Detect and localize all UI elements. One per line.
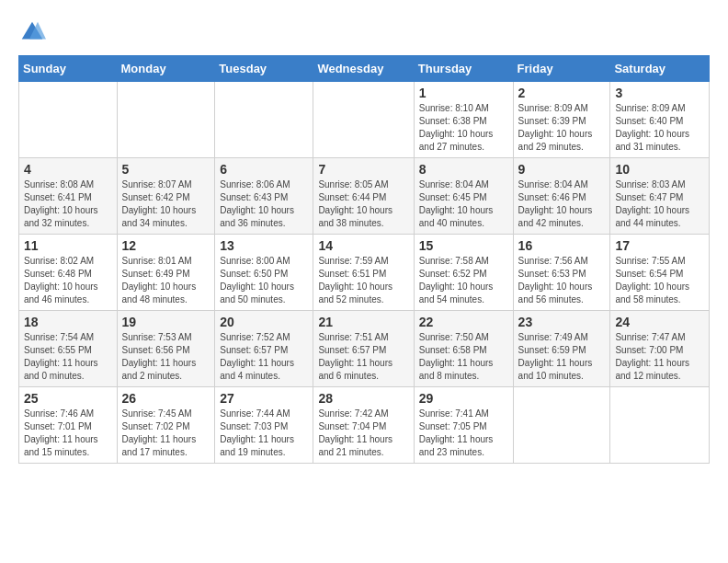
day-info: Sunrise: 7:42 AM Sunset: 7:04 PM Dayligh… bbox=[318, 408, 408, 459]
day-number: 15 bbox=[419, 238, 508, 253]
calendar-cell: 3Sunrise: 8:09 AM Sunset: 6:40 PM Daylig… bbox=[610, 82, 710, 158]
day-number: 2 bbox=[518, 86, 606, 100]
calendar-table: SundayMondayTuesdayWednesdayThursdayFrid… bbox=[18, 55, 710, 464]
calendar-cell: 8Sunrise: 8:04 AM Sunset: 6:45 PM Daylig… bbox=[414, 158, 513, 235]
day-number: 7 bbox=[318, 162, 408, 177]
week-row-2: 4Sunrise: 8:08 AM Sunset: 6:41 PM Daylig… bbox=[19, 158, 710, 235]
calendar-cell: 4Sunrise: 8:08 AM Sunset: 6:41 PM Daylig… bbox=[19, 158, 118, 235]
day-number: 29 bbox=[419, 391, 508, 406]
week-row-4: 18Sunrise: 7:54 AM Sunset: 6:55 PM Dayli… bbox=[19, 311, 710, 387]
day-info: Sunrise: 8:00 AM Sunset: 6:50 PM Dayligh… bbox=[220, 255, 308, 306]
day-number: 18 bbox=[24, 315, 112, 329]
calendar-cell: 22Sunrise: 7:50 AM Sunset: 6:58 PM Dayli… bbox=[414, 311, 513, 387]
calendar-cell: 18Sunrise: 7:54 AM Sunset: 6:55 PM Dayli… bbox=[19, 311, 118, 387]
day-info: Sunrise: 8:04 AM Sunset: 6:45 PM Dayligh… bbox=[419, 178, 508, 230]
day-info: Sunrise: 8:09 AM Sunset: 6:39 PM Dayligh… bbox=[518, 102, 606, 154]
calendar-cell: 27Sunrise: 7:44 AM Sunset: 7:03 PM Dayli… bbox=[215, 387, 313, 464]
day-info: Sunrise: 8:04 AM Sunset: 6:46 PM Dayligh… bbox=[518, 178, 606, 230]
page-header bbox=[18, 18, 710, 46]
calendar-cell: 25Sunrise: 7:46 AM Sunset: 7:01 PM Dayli… bbox=[19, 387, 118, 464]
calendar-cell: 15Sunrise: 7:58 AM Sunset: 6:52 PM Dayli… bbox=[414, 235, 513, 311]
day-header-saturday: Saturday bbox=[610, 56, 710, 82]
calendar-cell bbox=[215, 82, 313, 158]
calendar-cell: 21Sunrise: 7:51 AM Sunset: 6:57 PM Dayli… bbox=[313, 311, 414, 387]
day-info: Sunrise: 8:10 AM Sunset: 6:38 PM Dayligh… bbox=[419, 102, 508, 154]
calendar-cell bbox=[117, 82, 215, 158]
day-info: Sunrise: 7:47 AM Sunset: 7:00 PM Dayligh… bbox=[615, 331, 704, 383]
calendar-cell: 19Sunrise: 7:53 AM Sunset: 6:56 PM Dayli… bbox=[117, 311, 215, 387]
day-info: Sunrise: 8:03 AM Sunset: 6:47 PM Dayligh… bbox=[615, 178, 704, 230]
day-number: 16 bbox=[518, 238, 606, 253]
calendar-cell: 29Sunrise: 7:41 AM Sunset: 7:05 PM Dayli… bbox=[414, 387, 513, 464]
day-header-thursday: Thursday bbox=[414, 56, 513, 82]
day-header-sunday: Sunday bbox=[19, 56, 118, 82]
day-info: Sunrise: 8:09 AM Sunset: 6:40 PM Dayligh… bbox=[615, 102, 704, 154]
day-info: Sunrise: 7:51 AM Sunset: 6:57 PM Dayligh… bbox=[318, 331, 408, 383]
calendar-cell: 7Sunrise: 8:05 AM Sunset: 6:44 PM Daylig… bbox=[313, 158, 414, 235]
day-header-tuesday: Tuesday bbox=[215, 56, 313, 82]
day-header-friday: Friday bbox=[513, 56, 610, 82]
day-number: 26 bbox=[122, 391, 210, 406]
calendar-cell: 14Sunrise: 7:59 AM Sunset: 6:51 PM Dayli… bbox=[313, 235, 414, 311]
calendar-cell bbox=[19, 82, 118, 158]
day-number: 24 bbox=[615, 315, 704, 329]
calendar-cell bbox=[313, 82, 414, 158]
calendar-cell: 11Sunrise: 8:02 AM Sunset: 6:48 PM Dayli… bbox=[19, 235, 118, 311]
day-info: Sunrise: 8:02 AM Sunset: 6:48 PM Dayligh… bbox=[24, 255, 112, 306]
day-number: 19 bbox=[122, 315, 210, 329]
day-number: 4 bbox=[24, 162, 112, 177]
day-number: 23 bbox=[518, 315, 606, 329]
day-number: 6 bbox=[220, 162, 308, 177]
day-info: Sunrise: 7:52 AM Sunset: 6:57 PM Dayligh… bbox=[220, 331, 308, 383]
day-info: Sunrise: 8:06 AM Sunset: 6:43 PM Dayligh… bbox=[220, 178, 308, 230]
calendar-cell: 12Sunrise: 8:01 AM Sunset: 6:49 PM Dayli… bbox=[117, 235, 215, 311]
calendar-cell: 1Sunrise: 8:10 AM Sunset: 6:38 PM Daylig… bbox=[414, 82, 513, 158]
day-number: 21 bbox=[318, 315, 408, 329]
calendar-cell bbox=[610, 387, 710, 464]
logo bbox=[18, 18, 50, 46]
day-info: Sunrise: 8:08 AM Sunset: 6:41 PM Dayligh… bbox=[24, 178, 112, 230]
day-number: 27 bbox=[220, 391, 308, 406]
day-number: 12 bbox=[122, 238, 210, 253]
header-row: SundayMondayTuesdayWednesdayThursdayFrid… bbox=[19, 56, 710, 82]
day-info: Sunrise: 7:49 AM Sunset: 6:59 PM Dayligh… bbox=[518, 331, 606, 383]
calendar-cell: 2Sunrise: 8:09 AM Sunset: 6:39 PM Daylig… bbox=[513, 82, 610, 158]
day-number: 25 bbox=[24, 391, 112, 406]
day-info: Sunrise: 8:01 AM Sunset: 6:49 PM Dayligh… bbox=[122, 255, 210, 306]
day-number: 9 bbox=[518, 162, 606, 177]
day-info: Sunrise: 7:44 AM Sunset: 7:03 PM Dayligh… bbox=[220, 408, 308, 459]
day-info: Sunrise: 7:50 AM Sunset: 6:58 PM Dayligh… bbox=[419, 331, 508, 383]
calendar-cell: 23Sunrise: 7:49 AM Sunset: 6:59 PM Dayli… bbox=[513, 311, 610, 387]
day-info: Sunrise: 7:45 AM Sunset: 7:02 PM Dayligh… bbox=[122, 408, 210, 459]
day-info: Sunrise: 7:58 AM Sunset: 6:52 PM Dayligh… bbox=[419, 255, 508, 306]
calendar-cell: 24Sunrise: 7:47 AM Sunset: 7:00 PM Dayli… bbox=[610, 311, 710, 387]
calendar-cell: 17Sunrise: 7:55 AM Sunset: 6:54 PM Dayli… bbox=[610, 235, 710, 311]
calendar-cell bbox=[513, 387, 610, 464]
day-number: 8 bbox=[419, 162, 508, 177]
day-info: Sunrise: 7:55 AM Sunset: 6:54 PM Dayligh… bbox=[615, 255, 704, 306]
week-row-5: 25Sunrise: 7:46 AM Sunset: 7:01 PM Dayli… bbox=[19, 387, 710, 464]
day-info: Sunrise: 7:56 AM Sunset: 6:53 PM Dayligh… bbox=[518, 255, 606, 306]
calendar-cell: 26Sunrise: 7:45 AM Sunset: 7:02 PM Dayli… bbox=[117, 387, 215, 464]
day-info: Sunrise: 7:54 AM Sunset: 6:55 PM Dayligh… bbox=[24, 331, 112, 383]
calendar-cell: 9Sunrise: 8:04 AM Sunset: 6:46 PM Daylig… bbox=[513, 158, 610, 235]
week-row-1: 1Sunrise: 8:10 AM Sunset: 6:38 PM Daylig… bbox=[19, 82, 710, 158]
day-number: 17 bbox=[615, 238, 704, 253]
calendar-cell: 5Sunrise: 8:07 AM Sunset: 6:42 PM Daylig… bbox=[117, 158, 215, 235]
calendar-cell: 13Sunrise: 8:00 AM Sunset: 6:50 PM Dayli… bbox=[215, 235, 313, 311]
day-number: 22 bbox=[419, 315, 508, 329]
day-info: Sunrise: 7:53 AM Sunset: 6:56 PM Dayligh… bbox=[122, 331, 210, 383]
day-info: Sunrise: 8:05 AM Sunset: 6:44 PM Dayligh… bbox=[318, 178, 408, 230]
day-number: 28 bbox=[318, 391, 408, 406]
day-info: Sunrise: 8:07 AM Sunset: 6:42 PM Dayligh… bbox=[122, 178, 210, 230]
week-row-3: 11Sunrise: 8:02 AM Sunset: 6:48 PM Dayli… bbox=[19, 235, 710, 311]
day-number: 1 bbox=[419, 86, 508, 100]
day-number: 3 bbox=[615, 86, 704, 100]
day-number: 13 bbox=[220, 238, 308, 253]
logo-icon bbox=[18, 18, 46, 46]
day-header-monday: Monday bbox=[117, 56, 215, 82]
calendar-cell: 6Sunrise: 8:06 AM Sunset: 6:43 PM Daylig… bbox=[215, 158, 313, 235]
day-number: 14 bbox=[318, 238, 408, 253]
calendar-cell: 20Sunrise: 7:52 AM Sunset: 6:57 PM Dayli… bbox=[215, 311, 313, 387]
calendar-cell: 28Sunrise: 7:42 AM Sunset: 7:04 PM Dayli… bbox=[313, 387, 414, 464]
